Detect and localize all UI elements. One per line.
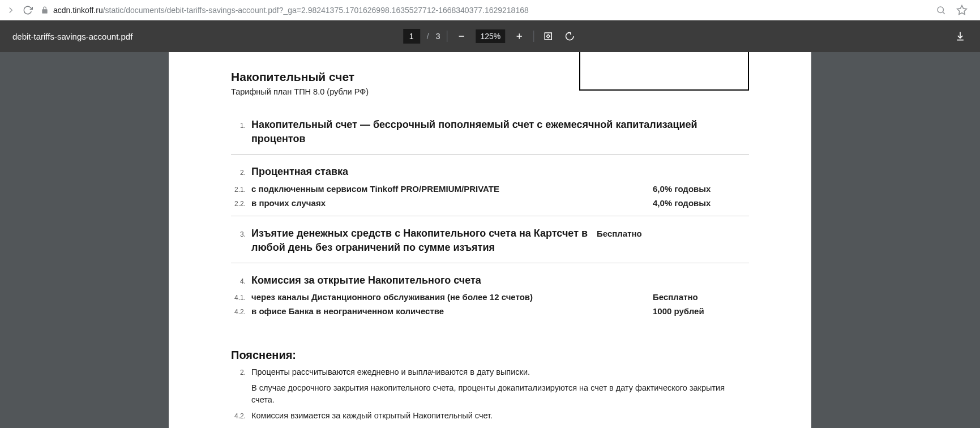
note-number: 4.2.: [231, 412, 251, 420]
row-value: Бесплатно: [597, 229, 693, 238]
reload-icon[interactable]: [23, 5, 33, 15]
url-path: /static/documents/debit-tariffs-savings-…: [103, 6, 529, 15]
row-number: 4.1.: [231, 294, 251, 302]
pdf-filename: debit-tariffs-savings-account.pdf: [0, 32, 132, 41]
browser-address-bar: acdn.tinkoff.ru/static/documents/debit-t…: [0, 0, 980, 20]
row-number: 2.: [231, 169, 251, 177]
forward-arrow-icon[interactable]: [6, 5, 16, 15]
tariff-section: 3. Изъятие денежных средств с Накопитель…: [231, 226, 749, 263]
svg-line-1: [943, 12, 944, 14]
page-total: 3: [436, 32, 440, 41]
notes-title: Пояснения:: [231, 349, 749, 362]
fit-page-icon[interactable]: [541, 29, 555, 44]
note-text: В случае досрочного закрытия накопительн…: [251, 382, 749, 405]
tariff-section: 1. Накопительный счет — бессрочный попол…: [231, 118, 749, 155]
svg-marker-2: [957, 5, 967, 14]
svg-rect-6: [545, 33, 551, 40]
tariff-section: 2. Процентная ставка 2.1. с подключенным…: [231, 165, 749, 216]
logo-placeholder: [579, 52, 749, 91]
row-value: Бесплатно: [653, 292, 749, 302]
download-icon[interactable]: [953, 29, 968, 44]
row-number: 4.: [231, 277, 251, 285]
note-text: Проценты рассчитываются ежедневно и выпл…: [251, 366, 749, 378]
row-number: 4.2.: [231, 308, 251, 316]
row-label: через каналы Дистанционного обслуживания…: [251, 292, 653, 302]
star-bookmark-icon[interactable]: [956, 5, 968, 16]
divider: [447, 31, 447, 42]
pdf-page: Накопительный счет Тарифный план ТПН 8.0…: [169, 52, 811, 428]
page-sep: /: [427, 32, 429, 41]
row-label: Комиссия за открытие Накопительного счет…: [251, 273, 653, 288]
divider: [533, 31, 534, 42]
zoom-lens-icon[interactable]: [936, 5, 946, 15]
notes-block: 2. Проценты рассчитываются ежедневно и в…: [231, 366, 749, 421]
url-text[interactable]: acdn.tinkoff.ru/static/documents/debit-t…: [53, 6, 929, 15]
row-number: 2.1.: [231, 186, 251, 194]
zoom-in-button[interactable]: [512, 29, 527, 44]
row-number: 3.: [231, 230, 251, 238]
row-label: Изъятие денежных средств с Накопительног…: [251, 226, 597, 255]
pdf-toolbar: debit-tariffs-savings-account.pdf / 3 12…: [0, 20, 980, 52]
row-label: с подключенным сервисом Tinkoff PRO/PREM…: [251, 184, 653, 194]
lock-icon: [41, 6, 49, 14]
url-host: acdn.tinkoff.ru: [53, 6, 103, 15]
page-number-input[interactable]: [403, 29, 420, 44]
row-label: Накопительный счет — бессрочный пополняе…: [251, 118, 749, 146]
pdf-viewport[interactable]: Накопительный счет Тарифный план ТПН 8.0…: [0, 52, 980, 428]
zoom-level: 125%: [476, 29, 505, 43]
note-number: 2.: [231, 369, 251, 376]
zoom-out-button[interactable]: [454, 29, 469, 44]
tariff-section: 4. Комиссия за открытие Накопительного с…: [231, 273, 749, 324]
row-label: в прочих случаях: [251, 198, 653, 208]
note-text: Комиссия взимается за каждый открытый На…: [251, 410, 749, 421]
svg-point-0: [938, 7, 944, 13]
rotate-icon[interactable]: [562, 29, 577, 44]
row-label: Процентная ставка: [251, 165, 653, 179]
row-label: в офисе Банка в неограниченном количеств…: [251, 306, 653, 316]
row-value: 6,0% годовых: [653, 184, 749, 194]
row-value: 4,0% годовых: [653, 198, 749, 208]
row-value: 1000 рублей: [653, 306, 749, 316]
row-number: 2.2.: [231, 200, 251, 208]
row-number: 1.: [231, 122, 251, 130]
